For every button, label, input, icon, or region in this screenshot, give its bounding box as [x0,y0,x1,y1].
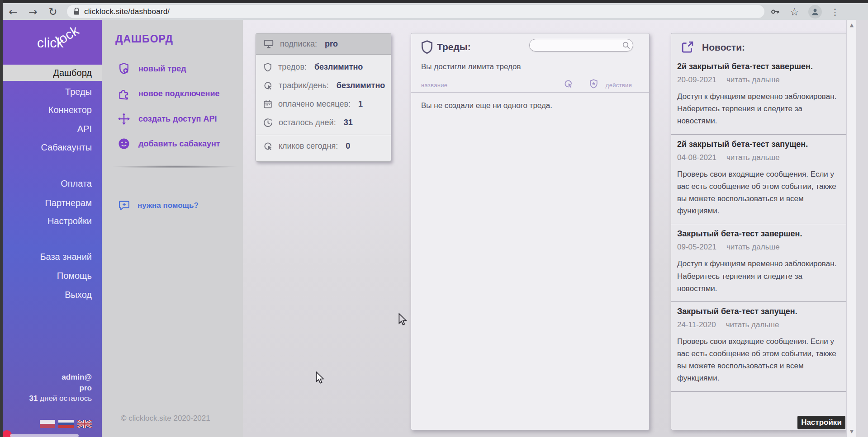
page-scrollbar[interactable]: ▲ ▼ [846,20,856,437]
cursor-click-icon [563,79,574,89]
section-divider [113,165,237,168]
threads-title: Треды: [437,42,471,52]
news-header: Новости: [671,33,846,57]
sidebar-item-api[interactable]: API [77,124,92,134]
sidebar-item-connector[interactable]: Коннектор [48,105,92,115]
news-item-date: 04-08-2021 [677,153,716,162]
sidebar-item-payment[interactable]: Оплата [61,179,92,189]
news-item-title: Закрытый бета-тест запущен. [677,307,837,316]
threads-panel: Треды: Вы достигли лимита тредов названи… [411,33,650,430]
menu-dots-icon[interactable]: ⋮ [831,7,840,17]
new-thread-button[interactable]: новый тред [117,62,186,75]
key-icon[interactable] [770,6,781,17]
threads-empty-message: Вы не создали еще ни одного треда. [421,101,552,110]
chrome-actions: ☆ ⋮ [770,5,840,19]
sidebar-item-subaccounts[interactable]: Сабакаунты [41,142,92,153]
russia-flag[interactable] [58,420,74,428]
sidebar-item-logout[interactable]: Выход [65,290,92,300]
smiley-icon [117,137,131,150]
monitor-icon [263,38,275,49]
sidebar: clicklock Дашборд Треды Коннектор API Са… [0,20,102,437]
table-header-divider [411,92,649,93]
shield-icon [420,40,434,55]
need-help-link[interactable]: нужна помощь? [118,199,199,211]
address-bar[interactable]: clicklock.site/dashboard/ [67,5,764,18]
column-header-name: название [421,82,447,89]
sidebar-item-help[interactable]: Помощь [57,271,92,281]
read-more-link[interactable]: читать дальше [726,153,780,162]
news-item-title: 2й закрытый бета-тест завершен. [677,62,837,71]
add-subaccount-button[interactable]: добавить сабакаунт [117,137,220,150]
poland-flag[interactable] [40,420,55,428]
news-item-title: 2й закрытый бета-тест запущен. [677,140,837,149]
uk-flag[interactable] [77,420,92,428]
copyright-text: © clicklock.site 2020-2021 [121,414,210,423]
app-window: ← → ↻ clicklock.site/dashboard/ ☆ ⋮ clic… [0,0,868,437]
news-item-body: Проверь свои входящие сообщения. Если у … [677,168,841,217]
stats-header: подписка:pro [256,33,391,55]
new-connection-button[interactable]: новое подключение [117,87,220,100]
window-left-edge [0,0,3,437]
news-item: Закрытый бета-тест завершен. 09-05-2021ч… [671,224,846,302]
news-item: 2й закрытый бета-тест запущен. 04-08-202… [671,135,846,225]
video-progress-bar [10,434,79,437]
back-icon[interactable]: ← [6,5,20,19]
read-more-link[interactable]: читать дальше [726,243,780,252]
mouse-cursor-white [315,371,325,385]
stat-row-paid-months: оплачено месяцев:1 [256,95,391,113]
search-icon [622,41,631,50]
news-item-date: 09-05-2021 [677,243,716,252]
window-right-margin [856,20,868,437]
news-item-title: Закрытый бета-тест завершен. [677,229,837,239]
sidebar-item-dashboard[interactable]: Дашборд [0,65,102,81]
sidebar-item-knowledge-base[interactable]: База знаний [40,252,92,262]
puzzle-icon [117,87,131,100]
stat-row-threads: тредов:безлимитно [256,58,391,76]
sidebar-item-partners[interactable]: Партнерам [45,198,92,208]
language-flags [40,420,92,428]
create-api-access-button[interactable]: создать доступ API [117,112,217,126]
main-content: подписка:pro тредов:безлимитно трафик/де… [243,20,846,437]
mouse-cursor-outline [398,313,408,327]
shield-star-icon [588,79,599,89]
shield-icon [263,62,273,73]
refresh-icon[interactable]: ↻ [46,5,60,19]
scroll-down-icon[interactable]: ▼ [847,428,857,436]
user-plan: pro [80,384,92,393]
read-more-link[interactable]: читать дальше [726,320,779,329]
window-top-edge [0,0,868,3]
profile-avatar[interactable] [808,5,822,19]
column-header-actions: действия [606,82,632,89]
thread-limit-message: Вы достигли лимита тредов [421,62,521,71]
search-input[interactable] [529,39,633,52]
news-item-body: Проверь свои входящие сообщения. Если у … [677,335,841,385]
scroll-up-icon[interactable]: ▲ [847,21,857,29]
read-more-link[interactable]: читать дальше [726,75,780,85]
news-item-date: 20-09-2021 [677,75,716,85]
bookmark-star-icon[interactable]: ☆ [790,7,799,16]
move-arrows-icon [117,112,131,126]
forward-icon[interactable]: → [26,5,40,19]
external-link-icon [680,40,694,54]
lock-icon [73,8,80,15]
news-item-body: Доступ к функциям временно заблокирован.… [677,258,841,295]
sidebar-item-settings[interactable]: Настройки [47,216,92,226]
chat-plus-icon [118,199,130,211]
url-text[interactable]: clicklock.site/dashboard/ [84,7,170,16]
stat-row-days-left: осталось дней:31 [256,113,391,132]
news-item: 2й закрытый бета-тест завершен. 20-09-20… [671,57,846,135]
cursor-click-icon [263,141,273,151]
news-item-date: 24-11-2020 [677,320,716,329]
clock-icon [263,117,273,128]
news-item: Закрытый бета-тест запущен. 24-11-2020чи… [671,302,846,392]
sidebar-item-threads[interactable]: Треды [65,87,92,97]
settings-tooltip: Настройки [797,416,845,429]
news-panel: Новости: 2й закрытый бета-тест завершен.… [671,33,847,430]
calendar-icon [263,99,273,109]
cursor-click-icon [263,80,273,91]
app-logo[interactable]: clicklock [37,35,86,51]
subscription-stats-card: подписка:pro тредов:безлимитно трафик/де… [256,33,391,162]
news-item-body: Доступ к функциям временно заблокирован.… [677,90,841,127]
shield-plus-icon [117,62,131,75]
page-title: ДАШБОРД [115,33,173,45]
